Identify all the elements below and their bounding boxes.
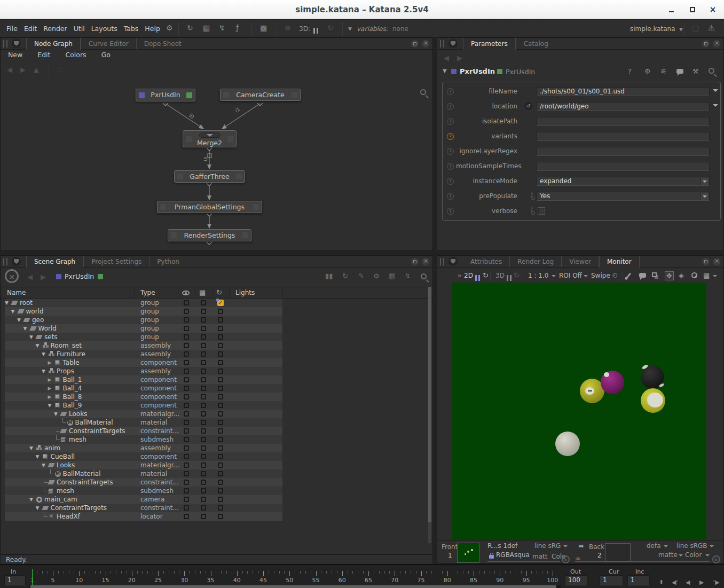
roi-caret-icon[interactable]	[584, 275, 588, 277]
node-flag-blue[interactable]	[451, 69, 457, 74]
scenegraph-row-ball_4[interactable]: ▶Ball_4component	[5, 384, 282, 393]
swap-icon[interactable]: ⬌	[578, 542, 584, 550]
expand-arrow-icon[interactable]: ▼	[42, 462, 45, 468]
wrench-icon[interactable]: ⚒	[692, 67, 699, 75]
comment-icon[interactable]	[639, 273, 646, 278]
tab-python[interactable]: Python	[149, 256, 187, 268]
render-viewport[interactable]	[452, 283, 706, 540]
liverender-lock-icon[interactable]: ✓	[217, 300, 224, 306]
eyedropper-icon[interactable]	[625, 273, 631, 280]
row-checkbox[interactable]	[201, 317, 206, 323]
row-checkbox[interactable]	[218, 505, 223, 511]
scenegraph-row-main_cam[interactable]: ▼main_camcamera	[5, 495, 282, 504]
scenegraph-item-name[interactable]: Ball_4	[63, 385, 82, 392]
row-checkbox[interactable]	[218, 488, 223, 493]
row-checkbox[interactable]	[201, 454, 206, 459]
tab-catalog[interactable]: Catalog	[516, 38, 556, 50]
param-dropdown-icon[interactable]	[713, 104, 718, 107]
row-checkbox[interactable]	[201, 437, 206, 442]
row-checkbox[interactable]	[184, 334, 189, 340]
row-checkbox[interactable]	[184, 386, 189, 391]
back-display1[interactable]: matte	[658, 551, 678, 559]
row-checkbox[interactable]	[184, 351, 189, 357]
scenegraph-item-name[interactable]: root	[20, 299, 33, 307]
scenegraph-item-name[interactable]: anim	[44, 444, 60, 452]
close-button[interactable]: ×	[707, 4, 719, 15]
minimize-button[interactable]	[665, 4, 677, 15]
scenegraph-item-name[interactable]: CueBall	[51, 453, 75, 460]
scenegraph-item-name[interactable]: ConstraintTargets	[57, 479, 113, 486]
param-state-icon[interactable]: ƒ○	[531, 207, 534, 215]
shield-icon[interactable]	[12, 257, 21, 266]
column-lights[interactable]: Lights	[235, 289, 255, 296]
row-checkbox[interactable]	[184, 377, 189, 382]
cur-field[interactable]: 1	[600, 575, 623, 585]
param-help-icon[interactable]: ?	[447, 88, 454, 95]
timeline-scrollbar[interactable]	[29, 585, 561, 588]
expand-arrow-icon[interactable]: ▼	[29, 334, 33, 340]
row-checkbox[interactable]	[218, 377, 223, 382]
shield-icon[interactable]	[448, 257, 458, 266]
row-checkbox[interactable]	[184, 360, 189, 365]
row-checkbox[interactable]	[201, 300, 206, 305]
panel-close-button[interactable]	[713, 258, 720, 265]
expand-arrow-icon[interactable]: ▼	[17, 317, 21, 323]
scenegraph-row-ball_1[interactable]: ▶Ball_1component	[5, 375, 282, 384]
scenegraph-row-constrainttargets[interactable]: ConstraintTargetsconstraint...	[5, 427, 282, 435]
clapperboard-icon[interactable]: ▦	[203, 23, 210, 32]
swoosh-icon[interactable]: ↯	[405, 272, 411, 280]
swipe-clock-icon[interactable]: ◴	[612, 271, 618, 278]
row-checkbox[interactable]	[218, 394, 223, 399]
column-name[interactable]: Name	[7, 289, 26, 296]
next-keyframe-icon[interactable]: ᶠ▶	[713, 579, 720, 586]
expand-arrow-icon[interactable]: ▶	[48, 394, 52, 399]
menu-layouts[interactable]: Layouts	[91, 25, 117, 33]
scenegraph-item-name[interactable]: Furniture	[57, 350, 85, 358]
node-pxrusdin[interactable]: PxrUsdIn	[136, 89, 195, 101]
row-checkbox[interactable]	[218, 462, 223, 468]
row-checkbox[interactable]	[218, 454, 223, 459]
node-gafferthree[interactable]: GafferThree	[174, 170, 245, 183]
menu-help[interactable]: Help	[145, 25, 160, 33]
row-checkbox[interactable]	[184, 309, 189, 314]
scenegraph-row-geo[interactable]: ▼geogroup	[5, 316, 282, 324]
search-icon[interactable]	[421, 273, 427, 279]
diamonds-icon[interactable]: ◈	[679, 271, 684, 279]
scenegraph-row-anim[interactable]: ▼animassembly	[5, 444, 282, 452]
front-channels[interactable]: RGBAsqua	[496, 551, 530, 559]
row-checkbox[interactable]	[184, 454, 189, 459]
param-field[interactable]	[537, 147, 710, 156]
expand-arrow-icon[interactable]: ▶	[48, 377, 52, 382]
scenegraph-row-table[interactable]: ▶Tablecomponent	[5, 358, 282, 367]
refresh-icon[interactable]: ↻	[342, 272, 348, 280]
row-checkbox[interactable]	[184, 462, 189, 468]
clapperboard-icon[interactable]: ▦	[703, 271, 710, 279]
pause-3d-icon[interactable]	[507, 273, 513, 283]
scenegraph-row-looks[interactable]: ▼Looksmaterialgr...	[5, 461, 282, 469]
prev-frame-icon[interactable]: ◀	[686, 579, 690, 586]
front-thumbnail[interactable]	[457, 543, 479, 563]
pause-2d-icon[interactable]	[475, 273, 482, 283]
scenegraph-item-name[interactable]: BallMaterial	[75, 419, 113, 426]
row-checkbox[interactable]	[218, 437, 223, 442]
scenegraph-row-constrainttargets[interactable]: ▼ConstraintTargetsconstraint...	[5, 504, 282, 512]
param-field[interactable]	[537, 162, 710, 171]
param-field[interactable]: Yes	[537, 192, 710, 201]
node-flag-green[interactable]	[497, 69, 502, 74]
row-checkbox[interactable]	[201, 488, 206, 493]
tab-project-settings[interactable]: Project Settings	[84, 256, 149, 268]
expand-arrow-icon[interactable]: ▼	[29, 445, 33, 451]
expand-arrow-icon[interactable]: ▼	[36, 505, 40, 511]
scenegraph-row-sets[interactable]: ▼setsgroup	[5, 333, 282, 341]
expand-arrow-icon[interactable]: ▼	[5, 300, 9, 305]
scenegraph-row-headxf[interactable]: ✳HeadXflocator	[5, 512, 282, 521]
scenegraph-item-name[interactable]: Props	[57, 367, 74, 375]
expand-arrow-icon[interactable]: ▼	[48, 403, 52, 408]
clapper-caret-icon[interactable]	[713, 275, 717, 277]
scenegraph-item-name[interactable]: HeadXf	[57, 513, 80, 520]
scenegraph-item-name[interactable]: world	[26, 308, 44, 315]
row-checkbox[interactable]	[218, 326, 223, 331]
row-checkbox[interactable]	[184, 428, 189, 434]
collapse-caret-icon[interactable]: ▼	[443, 68, 447, 74]
param-select-button[interactable]	[701, 178, 709, 185]
